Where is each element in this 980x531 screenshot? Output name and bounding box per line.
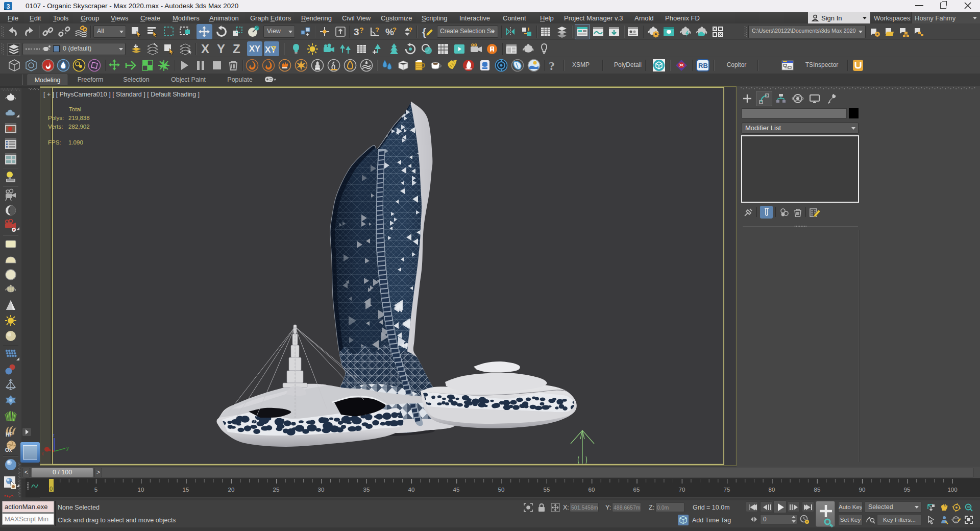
svg-text:25: 25 — [273, 487, 280, 493]
svg-text:15: 15 — [183, 487, 189, 493]
svg-text:40: 40 — [408, 487, 415, 493]
svg-text:3: 3 — [7, 3, 10, 10]
svg-text:95: 95 — [904, 487, 911, 493]
svg-text:3: 3 — [354, 27, 359, 37]
svg-text:Polys:: Polys: — [48, 115, 64, 121]
svg-text:HF: HF — [6, 432, 12, 438]
svg-text:70: 70 — [679, 487, 685, 493]
svg-text:0: 0 — [50, 486, 53, 492]
svg-text:?: ? — [272, 44, 276, 53]
svg-text:?: ? — [549, 59, 555, 72]
svg-text:10: 10 — [138, 487, 144, 493]
svg-text:?: ? — [359, 26, 364, 34]
svg-text:80: 80 — [769, 487, 775, 493]
svg-text:?: ? — [375, 26, 379, 34]
svg-text:35: 35 — [363, 487, 370, 493]
svg-text:RB: RB — [698, 62, 708, 69]
svg-text:1.090: 1.090 — [68, 139, 83, 146]
svg-text:90: 90 — [859, 487, 866, 493]
svg-text:FPS:: FPS: — [48, 139, 61, 146]
svg-text:85: 85 — [814, 487, 821, 493]
svg-text:65: 65 — [633, 487, 640, 493]
svg-text:30: 30 — [318, 487, 325, 493]
svg-text:Total: Total — [69, 106, 81, 112]
svg-text:?: ? — [393, 26, 397, 34]
svg-text:45: 45 — [453, 487, 460, 493]
svg-text:Ox: Ox — [5, 447, 12, 453]
svg-text:[ + ] [ PhysCamera010 ] [ Stan: [ + ] [ PhysCamera010 ] [ Standard ] [ D… — [43, 91, 200, 98]
svg-text:?: ? — [408, 26, 412, 34]
svg-text:282,902: 282,902 — [68, 124, 90, 130]
svg-text:5: 5 — [94, 487, 97, 493]
svg-text:y: y — [66, 445, 69, 451]
svg-text:20: 20 — [228, 487, 235, 493]
svg-text:55: 55 — [544, 487, 550, 493]
svg-text:Verts:: Verts: — [48, 124, 63, 130]
svg-text:75: 75 — [724, 487, 730, 493]
svg-text:100: 100 — [947, 487, 957, 493]
svg-text:60: 60 — [589, 487, 595, 493]
svg-text:50: 50 — [498, 487, 505, 493]
svg-text:{: { — [422, 27, 426, 38]
svg-text:219,838: 219,838 — [68, 115, 90, 121]
